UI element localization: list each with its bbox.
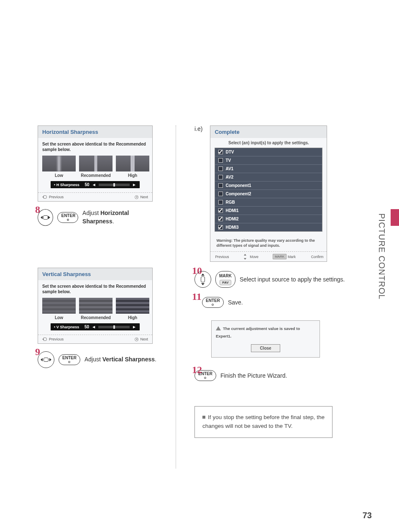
panel-sub: Select (an) input(s) to apply the settin…	[210, 138, 327, 148]
panel-title: Vertical Sharpness	[38, 268, 152, 280]
slider-thumb[interactable]	[113, 325, 115, 329]
input-label: RGB	[225, 200, 235, 205]
enter-dot-icon	[68, 361, 70, 363]
complete-example: i.e) Complete Select (an) input(s) to ap…	[194, 125, 358, 262]
checkbox-icon[interactable]	[218, 225, 223, 230]
previous-button[interactable]: Previous	[42, 337, 64, 341]
input-row-component2[interactable]: Component2	[215, 190, 322, 198]
page-number: 73	[363, 511, 372, 520]
slider-label: • H Sharpness	[54, 183, 79, 187]
enter-button[interactable]: ENTER	[202, 297, 224, 308]
input-row-component1[interactable]: Component1	[215, 182, 322, 190]
fav-chip: FAV	[220, 280, 232, 285]
warning-icon	[216, 326, 221, 330]
checkbox-icon[interactable]	[218, 175, 223, 179]
mark-fav-button[interactable]: MARK FAV	[215, 271, 235, 288]
panel-title: Horizontal Sharpness	[38, 126, 152, 138]
sample-low: Low	[42, 298, 76, 320]
checkbox-icon[interactable]	[218, 158, 223, 163]
save-message-row: The current adjustment value is saved to…	[216, 324, 315, 339]
panel-body: Set the screen above identical to the Re…	[38, 138, 152, 192]
step-12: 12 ENTER Finish the Picture Wizard.	[194, 370, 358, 381]
input-label: Component2	[225, 192, 251, 196]
arrow-left-icon[interactable]: ◄	[92, 182, 96, 187]
horizontal-sharpness-panel: Horizontal Sharpness Set the screen abov…	[38, 125, 153, 202]
complete-panel: Complete Select (an) input(s) to apply t…	[210, 125, 327, 262]
save-message: The current adjustment value is saved to…	[216, 326, 300, 338]
panel-title: Complete	[210, 126, 327, 138]
input-row-hdmi1[interactable]: HDMI1	[215, 207, 322, 215]
step-10: 10 MARK FAV Select input source to apply…	[194, 271, 358, 288]
checkbox-icon[interactable]	[218, 200, 223, 205]
sample-recommended: Recommended	[79, 298, 113, 320]
step-number: 12	[192, 364, 202, 376]
slider-label: • V Sharpness	[54, 325, 79, 329]
enter-button[interactable]: ENTER	[57, 212, 78, 223]
enter-dot-icon	[212, 304, 214, 306]
arrow-left-icon[interactable]: ◄	[92, 325, 96, 329]
next-button[interactable]: Next	[135, 195, 148, 199]
step-8: 8 ENTER Adjust Horizontal Sharpness.	[38, 209, 157, 226]
updown-icon	[243, 255, 247, 259]
sample-strip: Low Recommended High	[42, 298, 148, 320]
confirm-button[interactable]: Confirm	[310, 255, 324, 259]
mark-hint: MARKMark	[273, 254, 296, 259]
input-row-hdmi2[interactable]: HDMI2	[215, 215, 322, 223]
sample-recommended: Recommended	[79, 156, 113, 178]
checkbox-icon[interactable]	[218, 208, 223, 213]
left-right-button[interactable]	[38, 351, 54, 368]
step-text: Select input source to apply the setting…	[240, 276, 358, 284]
previous-button[interactable]: Previous	[42, 195, 64, 199]
input-list: DTVTVAV1AV2Component1Component2RGBHDMI1H…	[215, 148, 322, 232]
panel-footer: Previous Next	[38, 335, 152, 343]
input-row-rgb[interactable]: RGB	[215, 198, 322, 207]
step-11: 11 ENTER Save.	[194, 297, 358, 308]
checkbox-icon[interactable]	[218, 217, 223, 221]
input-row-hdmi3[interactable]: HDMI3	[215, 223, 322, 231]
warning-text: Warning: The picture quality may vary ac…	[210, 235, 327, 251]
panel-footer: Previous Move MARKMark Confirm	[210, 251, 327, 261]
previous-button[interactable]: Previous	[214, 255, 229, 259]
input-label: AV1	[225, 166, 233, 171]
save-confirm-panel: The current adjustment value is saved to…	[211, 320, 320, 358]
input-label: AV2	[225, 175, 233, 179]
input-row-av2[interactable]: AV2	[215, 173, 322, 182]
input-label: DTV	[225, 150, 234, 154]
v-sharpness-slider[interactable]: • V Sharpness 50 ◄ ►	[51, 323, 140, 330]
close-button[interactable]: Close	[251, 344, 280, 352]
sample-high: High	[116, 298, 149, 320]
enter-icon	[135, 195, 138, 199]
slider-thumb[interactable]	[113, 183, 115, 187]
h-sharpness-slider[interactable]: • H Sharpness 50 ◄ ►	[51, 181, 140, 188]
enter-button[interactable]: ENTER	[59, 354, 80, 365]
input-label: HDMI1	[225, 208, 238, 213]
step-text: Adjust Horizontal Sharpness.	[82, 209, 157, 225]
slider-track[interactable]	[99, 184, 130, 186]
step-number: 11	[192, 291, 202, 302]
left-column: Horizontal Sharpness Set the screen abov…	[38, 125, 157, 368]
up-down-button[interactable]	[194, 271, 211, 288]
step-text: Adjust Vertical Sharpness.	[84, 356, 156, 364]
next-button[interactable]: Next	[135, 337, 148, 341]
arrow-right-icon[interactable]: ►	[132, 325, 136, 329]
input-row-tv[interactable]: TV	[215, 156, 322, 165]
step-text: Save.	[228, 299, 243, 307]
checkbox-icon[interactable]	[218, 150, 223, 154]
arrow-right-icon[interactable]: ►	[132, 182, 136, 187]
slider-track[interactable]	[98, 326, 130, 328]
checkbox-icon[interactable]	[218, 183, 223, 188]
left-right-button[interactable]	[38, 209, 53, 226]
manual-page: PICTURE CONTROL 73 Horizontal Sharpness …	[0, 0, 399, 532]
panel-desc: Set the screen above identical to the Re…	[42, 284, 148, 294]
right-column: i.e) Complete Select (an) input(s) to ap…	[194, 125, 358, 438]
note-text: If you stop the setting before the final…	[202, 414, 325, 429]
enter-dot-icon	[67, 219, 69, 221]
vertical-sharpness-panel: Vertical Sharpness Set the screen above …	[38, 268, 153, 344]
input-row-av1[interactable]: AV1	[215, 165, 322, 173]
back-icon	[42, 195, 47, 199]
checkbox-icon[interactable]	[218, 192, 223, 196]
step-9: 9 ENTER Adjust Vertical Sharpness.	[38, 351, 157, 368]
input-row-dtv[interactable]: DTV	[215, 148, 322, 156]
slider-value: 50	[82, 182, 90, 187]
checkbox-icon[interactable]	[218, 166, 223, 171]
